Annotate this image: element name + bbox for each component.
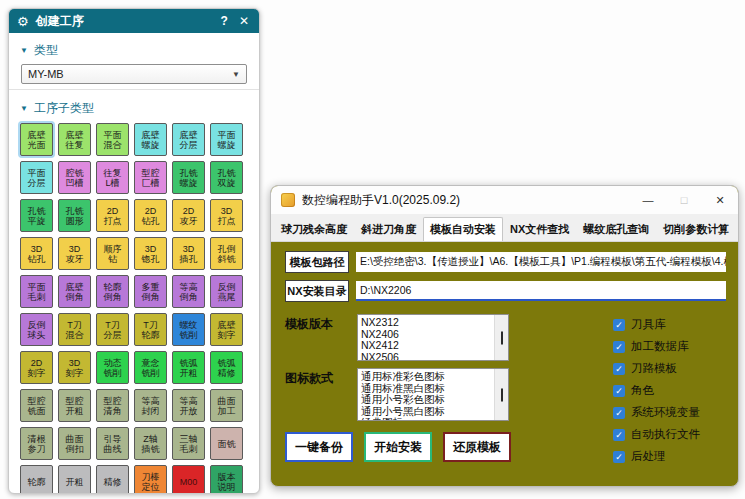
operation-subtype-button[interactable]: 引导 曲线	[96, 427, 129, 460]
tab-2[interactable]: 斜进刀角度	[354, 217, 423, 241]
list-item[interactable]: NX2506	[361, 352, 492, 362]
operation-subtype-button[interactable]: 3D 插孔	[172, 237, 205, 270]
operation-subtype-button[interactable]: 平面 混合	[96, 123, 129, 156]
template-path-button[interactable]: 模板包路径	[285, 251, 349, 273]
operation-subtype-button[interactable]: 3D 打点	[210, 199, 243, 232]
operation-subtype-button[interactable]: 型腔 铣面	[20, 389, 53, 422]
operation-subtype-button[interactable]: T刀 混合	[58, 313, 91, 346]
list-item[interactable]: 通用小号彩色图标	[361, 394, 492, 406]
operation-subtype-button[interactable]: 型腔 清角	[96, 389, 129, 422]
help-button[interactable]: ?	[219, 14, 230, 28]
operation-subtype-button[interactable]: 底壁 刻字	[210, 313, 243, 346]
operation-subtype-button[interactable]: 铣弧 开粗	[172, 351, 205, 384]
operation-subtype-button[interactable]: 平面 毛刺	[20, 275, 53, 308]
operation-subtype-button[interactable]: 腔铣 凹槽	[58, 161, 91, 194]
install-option[interactable]: ✓系统环境变量	[613, 405, 700, 420]
operation-subtype-button[interactable]: 精修	[96, 465, 129, 494]
operation-subtype-button[interactable]: T刀 分层	[96, 313, 129, 346]
operation-subtype-button[interactable]: 铣弧 精修	[210, 351, 243, 384]
operation-subtype-button[interactable]: 2D 打点	[96, 199, 129, 232]
close-icon[interactable]: ✕	[237, 14, 251, 28]
backup-button[interactable]: 一键备份	[285, 432, 353, 462]
operation-subtype-button[interactable]: 版本 说明	[210, 465, 243, 494]
operation-subtype-button[interactable]: 反倒 燕尾	[210, 275, 243, 308]
operation-subtype-button[interactable]: 底壁 分层	[172, 123, 205, 156]
operation-subtype-button[interactable]: 孔铣 螺旋	[172, 161, 205, 194]
operation-subtype-button[interactable]: 面铣	[210, 427, 243, 460]
operation-subtype-button[interactable]: 轮廓	[20, 465, 53, 494]
operation-subtype-button[interactable]: 多重 倒角	[134, 275, 167, 308]
list-item[interactable]: 经典图标	[361, 417, 492, 421]
tab-5[interactable]: 螺纹底孔查询	[576, 217, 656, 241]
operation-subtype-button[interactable]: 顺序 钻	[96, 237, 129, 270]
operation-subtype-button[interactable]: 平面 分层	[20, 161, 53, 194]
install-button[interactable]: 开始安装	[364, 432, 432, 462]
operation-subtype-button[interactable]: T刀 轮廓	[134, 313, 167, 346]
install-option[interactable]: ✓自动执行文件	[613, 427, 700, 442]
nx-install-dir-button[interactable]: NX安装目录	[285, 280, 349, 302]
minimize-icon[interactable]: —	[630, 186, 666, 214]
operation-subtype-button[interactable]: 孔倒 斜铣	[210, 237, 243, 270]
type-section-header[interactable]: ▼ 类型	[19, 37, 249, 63]
operation-subtype-button[interactable]: 3D 锪孔	[134, 237, 167, 270]
operation-subtype-button[interactable]: 底壁 光面	[20, 123, 53, 156]
list-item[interactable]: NX2412	[361, 340, 492, 352]
operation-subtype-button[interactable]: Z轴 插铣	[134, 427, 167, 460]
operation-subtype-button[interactable]: 等高 开放	[172, 389, 205, 422]
install-option[interactable]: ✓角色	[613, 383, 700, 398]
operation-subtype-button[interactable]: 轮廓 倒角	[96, 275, 129, 308]
install-option[interactable]: ✓加工数据库	[613, 339, 700, 354]
operation-subtype-button[interactable]: 底壁 螺旋	[134, 123, 167, 156]
operation-subtype-button[interactable]: 曲面 倒扣	[58, 427, 91, 460]
checkbox-checked-icon[interactable]: ✓	[613, 341, 625, 353]
operation-subtype-button[interactable]: 反倒 球头	[20, 313, 53, 346]
operation-subtype-button[interactable]: 3D 攻牙	[58, 237, 91, 270]
nx-install-dir-input[interactable]: D:\NX2206	[356, 281, 726, 301]
window-titlebar[interactable]: 数控编程助手V1.0(2025.09.2) — □ ✕	[271, 186, 738, 214]
operation-subtype-button[interactable]: 孔铣 双旋	[210, 161, 243, 194]
operation-subtype-button[interactable]: 2D 刻字	[20, 351, 53, 384]
scrollbar-thumb[interactable]	[501, 331, 503, 344]
operation-subtype-button[interactable]: 3D 刻字	[58, 351, 91, 384]
operation-subtype-button[interactable]: 3D 钻孔	[20, 237, 53, 270]
operation-subtype-button[interactable]: 型腔 匚槽	[134, 161, 167, 194]
template-path-input[interactable]: E:\受控绝密\3.【传道授业】\A6.【模板工具】\P1.编程模板\第五代-编…	[356, 252, 726, 272]
scrollbar-thumb[interactable]	[501, 388, 503, 401]
operation-subtype-button[interactable]: 等高 倒角	[172, 275, 205, 308]
operation-subtype-button[interactable]: 等高 封闭	[134, 389, 167, 422]
operation-subtype-button[interactable]: 开粗	[58, 465, 91, 494]
install-option[interactable]: ✓刀具库	[613, 317, 700, 332]
operation-subtype-button[interactable]: M00	[172, 465, 205, 494]
operation-subtype-button[interactable]: 往复 L槽	[96, 161, 129, 194]
install-option[interactable]: ✓后处理	[613, 449, 700, 464]
subtype-section-header[interactable]: ▼ 工序子类型	[19, 95, 249, 121]
operation-subtype-button[interactable]: 刀棒 定位	[134, 465, 167, 494]
tab-7[interactable]: 软件使用授权	[736, 217, 739, 241]
operation-subtype-button[interactable]: 孔铣 圆形	[58, 199, 91, 232]
tab-4[interactable]: NX文件查找	[503, 217, 576, 241]
tab-1[interactable]: 球刀残余高度	[274, 217, 354, 241]
operation-subtype-button[interactable]: 底壁 倒角	[58, 275, 91, 308]
tab-3[interactable]: 模板自动安装	[423, 217, 503, 241]
operation-subtype-button[interactable]: 曲面 加工	[210, 389, 243, 422]
restore-button[interactable]: 还原模板	[443, 432, 511, 462]
operation-subtype-button[interactable]: 2D 攻牙	[172, 199, 205, 232]
operation-subtype-button[interactable]: 三轴 毛刺	[172, 427, 205, 460]
checkbox-checked-icon[interactable]: ✓	[613, 319, 625, 331]
tab-6[interactable]: 切削参数计算	[656, 217, 736, 241]
scrollbar[interactable]	[494, 369, 508, 420]
dialog-titlebar[interactable]: ⚙ 创建工序 ? ✕	[9, 9, 259, 33]
list-item[interactable]: 通用标准彩色图标	[361, 371, 492, 383]
icon-style-listbox[interactable]: 通用标准彩色图标通用标准黑白图标通用小号彩色图标通用小号黑白图标经典图标	[357, 368, 509, 421]
operation-subtype-button[interactable]: 孔铣 平旋	[20, 199, 53, 232]
operation-subtype-button[interactable]: 型腔 开粗	[58, 389, 91, 422]
operation-subtype-button[interactable]: 2D 钻孔	[134, 199, 167, 232]
checkbox-checked-icon[interactable]: ✓	[613, 407, 625, 419]
close-icon[interactable]: ✕	[702, 186, 738, 214]
type-dropdown[interactable]: MY-MB ▼	[21, 64, 247, 84]
operation-subtype-button[interactable]: 动态 铣削	[96, 351, 129, 384]
operation-subtype-button[interactable]: 螺纹 铣削	[172, 313, 205, 346]
maximize-icon[interactable]: □	[666, 186, 702, 214]
checkbox-checked-icon[interactable]: ✓	[613, 363, 625, 375]
checkbox-checked-icon[interactable]: ✓	[613, 451, 625, 463]
